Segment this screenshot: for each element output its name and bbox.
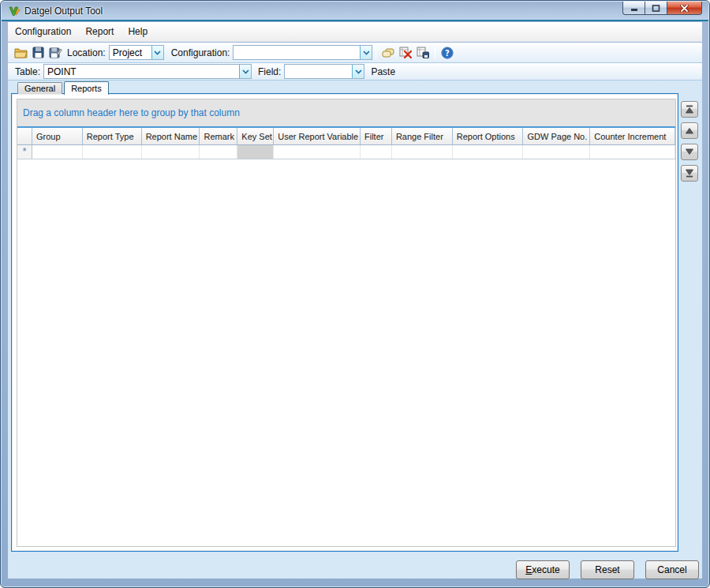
cancel-button[interactable]: Cancel	[645, 560, 699, 579]
close-button[interactable]	[667, 2, 702, 15]
maximize-button[interactable]	[645, 2, 667, 15]
new-row-cell-range-filter[interactable]	[392, 145, 453, 159]
chevron-down-icon	[242, 69, 249, 74]
row-indicator-header	[17, 128, 32, 144]
app-window: Datgel Output Tool ConfigurationReportHe…	[0, 0, 710, 588]
new-row-cell-filter[interactable]	[361, 145, 392, 159]
save-settings-icon	[417, 47, 429, 58]
chevron-down-icon	[363, 51, 370, 55]
reset-button[interactable]: Reset	[581, 560, 634, 579]
table-value: POINT	[44, 65, 239, 78]
tab-reports[interactable]: Reports	[64, 81, 109, 95]
tab-strip: GeneralReports	[11, 81, 109, 94]
save-settings-button[interactable]	[415, 45, 431, 61]
execute-button-label: Execute	[525, 564, 559, 575]
copy-settings-button[interactable]	[380, 45, 396, 61]
new-row-cell-group[interactable]	[32, 145, 83, 159]
main-toolbar: Location: Project Configuration:	[8, 43, 702, 63]
window-controls	[622, 2, 702, 15]
execute-button[interactable]: Execute	[516, 560, 570, 579]
column-header-report-options[interactable]: Report Options	[453, 128, 524, 144]
save-button[interactable]	[30, 45, 46, 61]
column-header-range-filter[interactable]: Range Filter	[392, 128, 453, 144]
table-dropdown-button[interactable]	[239, 65, 251, 78]
chevron-down-icon	[154, 51, 161, 55]
move-down-icon	[686, 148, 693, 155]
column-header-gdw-page-no[interactable]: GDW Page No.	[523, 128, 590, 144]
save-as-button[interactable]	[47, 45, 63, 61]
save-icon	[32, 47, 44, 58]
new-row-cell-gdw-page-no[interactable]	[523, 145, 590, 159]
menu-item-help[interactable]: Help	[121, 22, 155, 41]
minimize-button[interactable]	[622, 2, 645, 15]
help-button[interactable]: ?	[439, 45, 455, 61]
column-header-remark[interactable]: Remark	[200, 128, 237, 144]
open-button[interactable]	[13, 45, 28, 61]
location-combobox[interactable]: Project	[109, 45, 164, 60]
group-by-hint: Drag a column header here to group by th…	[23, 107, 240, 118]
title-bar: Datgel Output Tool	[2, 2, 708, 21]
field-combobox[interactable]	[284, 64, 364, 79]
configuration-value	[234, 46, 360, 59]
cancel-button-label: Cancel	[657, 564, 686, 575]
move-bottom-button[interactable]	[681, 165, 698, 182]
new-row-cell-report-type[interactable]	[83, 145, 142, 159]
field-dropdown-button[interactable]	[352, 65, 364, 78]
group-by-panel[interactable]: Drag a column header here to group by th…	[17, 99, 675, 126]
column-header-report-type[interactable]: Report Type	[83, 128, 142, 144]
move-down-button[interactable]	[681, 144, 698, 160]
table-combobox[interactable]: POINT	[43, 64, 252, 79]
reports-grid: Drag a column header here to group by th…	[17, 99, 676, 547]
toolbar-separator	[376, 46, 376, 59]
move-up-icon	[686, 127, 693, 134]
configuration-dropdown-button[interactable]	[360, 46, 372, 59]
save-as-icon	[49, 47, 62, 58]
new-row-indicator: *	[17, 145, 32, 159]
maximize-icon	[652, 5, 660, 12]
window-title: Datgel Output Tool	[24, 6, 103, 17]
delete-settings-icon	[399, 47, 412, 58]
move-up-button[interactable]	[681, 122, 698, 139]
new-row-cell-remark[interactable]	[200, 145, 237, 159]
location-label: Location:	[67, 47, 106, 58]
app-logo-icon	[8, 5, 21, 17]
new-row-cell-report-options[interactable]	[453, 145, 524, 159]
reset-button-label: Reset	[595, 564, 619, 575]
table-field-toolbar: Table: POINT Field: Paste	[8, 63, 702, 81]
new-row-cell-user-report-variable[interactable]	[274, 145, 361, 159]
new-row-cell-report-name[interactable]	[142, 145, 200, 159]
menu-item-configuration[interactable]: Configuration	[8, 22, 78, 41]
column-header-user-report-variable[interactable]: User Report Variable	[274, 128, 361, 144]
grid-header-row: GroupReport TypeReport NameRemarkKey Set…	[17, 126, 675, 145]
move-top-button[interactable]	[681, 101, 698, 118]
configuration-label: Configuration:	[171, 47, 230, 58]
toolbar-separator	[435, 46, 435, 59]
paste-button[interactable]: Paste	[371, 66, 395, 77]
svg-text:?: ?	[446, 48, 450, 57]
copy-settings-icon	[382, 47, 394, 58]
column-header-key-set[interactable]: Key Set	[237, 128, 274, 144]
row-move-buttons	[681, 101, 698, 182]
open-folder-icon	[14, 47, 28, 58]
table-label: Table:	[15, 66, 40, 77]
move-top-icon	[686, 105, 693, 114]
close-icon	[680, 5, 689, 12]
new-row-cell-key-set	[237, 145, 274, 159]
location-dropdown-button[interactable]	[151, 46, 163, 59]
help-icon: ?	[441, 47, 454, 59]
new-row-cell-counter-increment[interactable]	[590, 145, 675, 159]
chevron-down-icon	[355, 69, 362, 74]
grid-new-row[interactable]: *	[17, 145, 675, 159]
menu-item-report[interactable]: Report	[78, 22, 121, 41]
tab-general[interactable]: General	[17, 82, 62, 94]
minimize-icon	[630, 5, 638, 12]
field-value	[285, 65, 352, 78]
column-header-report-name[interactable]: Report Name	[142, 128, 200, 144]
column-header-group[interactable]: Group	[32, 128, 83, 144]
configuration-combobox[interactable]	[233, 45, 372, 60]
column-header-counter-increment[interactable]: Counter Increment	[590, 128, 675, 144]
move-bottom-icon	[686, 169, 693, 178]
field-label: Field:	[258, 66, 281, 77]
column-header-filter[interactable]: Filter	[361, 128, 392, 144]
delete-settings-button[interactable]	[398, 45, 413, 61]
